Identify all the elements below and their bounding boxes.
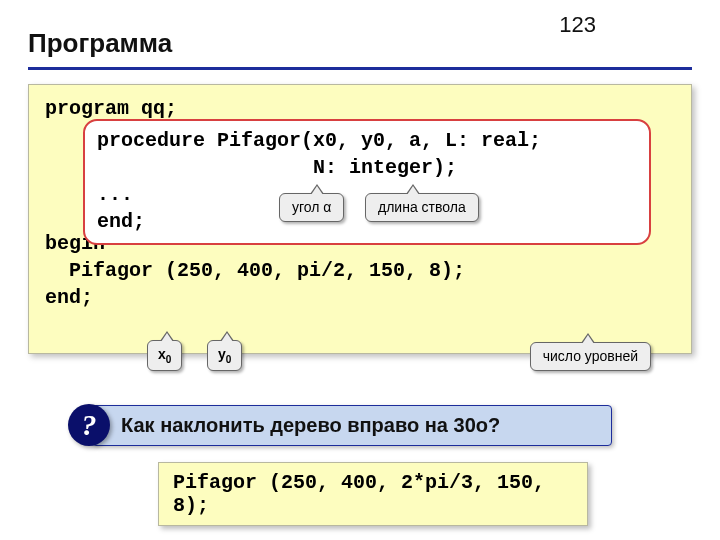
callout-angle-text: угол α [292,199,331,215]
answer-text: Pifagor (250, 400, 2*pi/3, 150, 8); [173,471,545,517]
callout-x0-text: x [158,346,166,362]
proc-line: N: integer); [97,154,637,181]
callout-angle: угол α [279,193,344,222]
callout-y0-text: y [218,346,226,362]
question-mark-icon: ? [82,408,97,442]
callout-length: длина ствола [365,193,479,222]
main-code-block: program qq; begin Pifagor (250, 400, pi/… [28,84,692,354]
callout-x0: x0 [147,340,182,371]
proc-line: procedure Pifagor(x0, y0, a, L: real; [97,127,637,154]
question-row: ? Как наклонить дерево вправо на 30о? [68,404,692,446]
callout-length-text: длина ствола [378,199,466,215]
code-line: program qq; [45,95,675,122]
question-text: Как наклонить дерево вправо на 30о? [121,414,500,436]
answer-code-block: Pifagor (250, 400, 2*pi/3, 150, 8); [158,462,588,526]
question-badge: ? [68,404,110,446]
title-underline [28,67,692,70]
callout-levels-text: число уровней [543,348,638,364]
code-line: Pifagor (250, 400, pi/2, 150, 8); [45,257,675,284]
callout-x0-sub: 0 [166,354,172,365]
question-bar: Как наклонить дерево вправо на 30о? [92,405,612,446]
page-number: 123 [559,12,596,38]
procedure-inset: procedure Pifagor(x0, y0, a, L: real; N:… [83,119,651,245]
code-line: end; [45,284,675,311]
callout-levels: число уровней [530,342,651,371]
callout-y0-sub: 0 [226,354,232,365]
callout-y0: y0 [207,340,242,371]
